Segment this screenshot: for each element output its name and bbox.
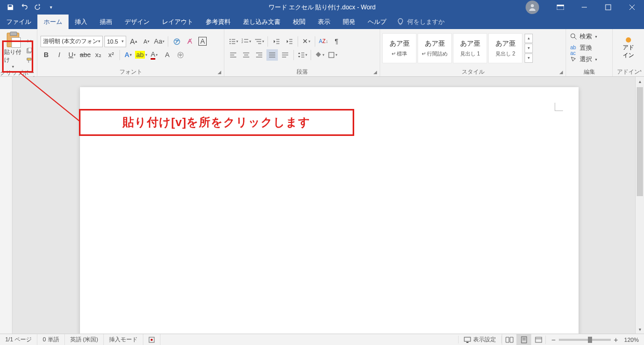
text-effects-icon[interactable]: A▾ xyxy=(123,49,134,61)
tab-help[interactable]: ヘルプ xyxy=(361,15,393,29)
text-direction-icon[interactable]: ✕▾ xyxy=(301,36,312,47)
zoom-out-icon[interactable]: − xyxy=(551,336,555,344)
minimize-icon[interactable] xyxy=(572,0,596,15)
align-right-icon[interactable] xyxy=(253,49,265,61)
view-web-icon[interactable] xyxy=(531,334,545,346)
status-page[interactable]: 1/1 ページ xyxy=(0,334,37,345)
tab-mailings[interactable]: 差し込み文書 xyxy=(237,15,287,29)
align-justify-icon[interactable] xyxy=(266,49,278,61)
clipboard-icon xyxy=(5,32,21,48)
superscript-button[interactable]: x² xyxy=(105,49,117,61)
style-heading1[interactable]: あア亜見出し 1 xyxy=(453,33,487,63)
scroll-thumb[interactable] xyxy=(637,87,643,196)
close-icon[interactable] xyxy=(620,0,644,15)
clear-formatting-icon[interactable]: A̸ xyxy=(184,36,195,47)
multilevel-icon[interactable]: ▾ xyxy=(253,36,265,47)
tab-developer[interactable]: 開発 xyxy=(337,15,361,29)
ribbon-display-icon[interactable] xyxy=(548,0,572,15)
paragraph-launcher-icon[interactable]: ◢ xyxy=(371,68,379,76)
scroll-up-icon[interactable]: ▴ xyxy=(636,77,644,86)
font-launcher-icon[interactable]: ◢ xyxy=(216,68,223,76)
status-display-settings[interactable]: 表示設定 xyxy=(458,336,502,343)
enclose-char-icon[interactable]: ㊥ xyxy=(175,49,186,61)
user-avatar[interactable] xyxy=(526,1,539,14)
chevron-down-icon[interactable]: ▾ xyxy=(12,64,14,69)
style-expand-icon[interactable]: ▾ xyxy=(525,53,533,63)
font-size-combo[interactable]: 10.5▾ xyxy=(104,36,126,47)
undo-icon[interactable] xyxy=(18,1,30,13)
tell-me-search[interactable]: 何をしますか xyxy=(397,15,445,29)
align-distribute-icon[interactable] xyxy=(279,49,291,61)
redo-icon[interactable] xyxy=(31,1,44,13)
highlight-icon[interactable]: ab▾ xyxy=(136,49,147,61)
zoom-in-icon[interactable]: + xyxy=(614,336,618,344)
change-case-icon[interactable]: Aa▾ xyxy=(154,36,165,47)
style-scroll-down-icon[interactable]: ▾ xyxy=(525,44,533,53)
style-nospacing[interactable]: あア亜↵ 行間詰め xyxy=(418,33,452,63)
style-scroll-up-icon[interactable]: ▴ xyxy=(525,34,533,43)
increase-indent-icon[interactable] xyxy=(284,36,295,47)
svg-point-13 xyxy=(230,43,231,44)
tab-insert[interactable]: 挿入 xyxy=(69,15,93,29)
shrink-font-icon[interactable]: A▾ xyxy=(141,36,152,47)
strikethrough-button[interactable]: abc xyxy=(79,49,91,61)
align-left-icon[interactable] xyxy=(227,49,239,61)
tab-review[interactable]: 校閲 xyxy=(287,15,312,29)
view-read-icon[interactable] xyxy=(502,334,516,346)
decrease-indent-icon[interactable] xyxy=(271,36,282,47)
char-border-icon[interactable]: A xyxy=(197,36,208,47)
view-print-icon[interactable] xyxy=(516,334,531,346)
svg-rect-52 xyxy=(464,337,471,341)
style-normal[interactable]: あア亜↵ 標準 xyxy=(382,33,417,63)
tab-draw[interactable]: 描画 xyxy=(93,15,118,29)
group-editing: 検索▾ abac置換 選択▾ 編集 xyxy=(566,29,613,76)
subscript-button[interactable]: x₂ xyxy=(92,49,104,61)
tab-references[interactable]: 参考資料 xyxy=(199,15,237,29)
addin-button[interactable]: アド イン xyxy=(616,37,641,59)
status-insert-mode[interactable]: 挿入モード xyxy=(104,334,143,345)
replace-button[interactable]: abac置換 xyxy=(570,43,597,53)
copy-icon[interactable] xyxy=(24,47,34,55)
select-button[interactable]: 選択▾ xyxy=(570,54,597,65)
shading-icon[interactable]: ▾ xyxy=(314,49,325,61)
format-painter-icon[interactable] xyxy=(24,56,34,64)
collapse-ribbon-icon[interactable]: ˄ xyxy=(639,70,642,75)
tab-view[interactable]: 表示 xyxy=(312,15,337,29)
italic-button[interactable]: I xyxy=(53,49,65,61)
numbering-icon[interactable]: 12▾ xyxy=(240,36,252,47)
styles-launcher-icon[interactable]: ◢ xyxy=(557,68,565,76)
paste-button[interactable]: 貼り付け ▾ xyxy=(3,31,22,70)
qat-customize-icon[interactable]: ▾ xyxy=(45,1,57,13)
borders-icon[interactable]: ▾ xyxy=(327,49,338,61)
font-name-combo[interactable]: 游明朝 (本文のフォン▾ xyxy=(41,36,103,47)
sort-icon[interactable]: AZ↓ xyxy=(318,36,329,47)
zoom-level[interactable]: 120% xyxy=(624,337,639,343)
maximize-icon[interactable] xyxy=(596,0,620,15)
status-language[interactable]: 英語 (米国) xyxy=(65,334,104,345)
ribbon: 貼り付け ▾ ✂ クリップボード◢ 游明朝 (本文のフォン▾ 10.5▾ A▴ … xyxy=(0,29,644,77)
tab-file[interactable]: ファイル xyxy=(0,15,37,29)
find-button[interactable]: 検索▾ xyxy=(570,32,597,42)
vertical-scrollbar[interactable]: ▴ ▾ xyxy=(635,77,644,334)
font-color-icon[interactable]: A▾ xyxy=(149,49,160,61)
underline-button[interactable]: U▾ xyxy=(66,49,78,61)
scroll-down-icon[interactable]: ▾ xyxy=(636,325,644,334)
line-spacing-icon[interactable]: ▾ xyxy=(297,49,308,61)
save-icon[interactable] xyxy=(4,1,17,13)
char-shading-icon[interactable]: A xyxy=(162,49,173,61)
status-words[interactable]: 0 単語 xyxy=(37,334,64,345)
tab-layout[interactable]: レイアウト xyxy=(156,15,199,29)
grow-font-icon[interactable]: A▴ xyxy=(128,36,139,47)
bullets-icon[interactable]: ▾ xyxy=(227,36,239,47)
align-center-icon[interactable] xyxy=(240,49,252,61)
tab-design[interactable]: デザイン xyxy=(118,15,156,29)
bold-button[interactable]: B xyxy=(41,49,52,61)
phonetic-guide-icon[interactable]: ㋐ xyxy=(171,36,182,47)
show-marks-icon[interactable]: ¶ xyxy=(331,36,342,47)
style-heading2[interactable]: あア亜見出し 2 xyxy=(488,33,522,63)
status-macro-icon[interactable] xyxy=(143,334,160,345)
vertical-ruler[interactable] xyxy=(0,77,12,334)
tab-home[interactable]: ホーム xyxy=(37,15,69,29)
cut-icon[interactable]: ✂ xyxy=(24,37,34,46)
zoom-slider[interactable] xyxy=(559,339,611,341)
